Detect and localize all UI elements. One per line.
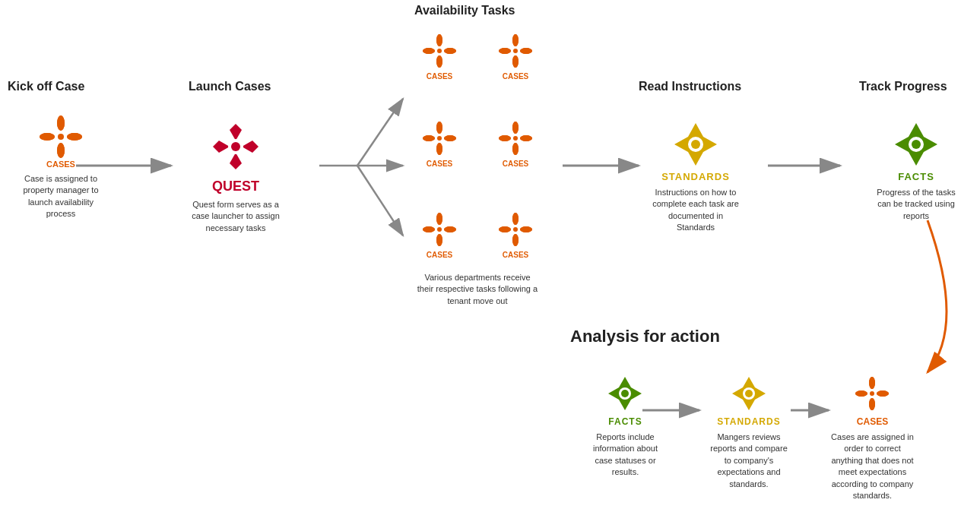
svg-point-73 xyxy=(437,227,442,232)
svg-point-61 xyxy=(499,135,511,141)
svg-point-49 xyxy=(444,135,456,141)
svg-point-41 xyxy=(499,48,511,54)
kick-off-cases-icon xyxy=(38,114,84,160)
svg-point-38 xyxy=(512,34,519,46)
facts-bottom-icon xyxy=(601,371,650,416)
avail-cases-br-icon xyxy=(493,209,538,251)
svg-point-89 xyxy=(621,390,629,397)
avail-cases-mr-icon xyxy=(493,118,538,160)
svg-point-40 xyxy=(512,55,519,68)
avail-cases-tl-icon xyxy=(417,30,462,72)
cases-bottom-icon xyxy=(848,371,897,416)
availability-tasks-title: Availability Tasks xyxy=(414,4,515,17)
svg-point-98 xyxy=(869,398,875,410)
avail-cases-top-right: CASES xyxy=(493,30,538,81)
svg-point-78 xyxy=(512,213,519,225)
svg-point-33 xyxy=(437,49,442,53)
read-instructions-title: Read Instructions xyxy=(639,80,741,93)
svg-point-51 xyxy=(423,135,435,141)
svg-point-69 xyxy=(444,226,456,232)
quest-icon xyxy=(201,118,270,179)
svg-point-53 xyxy=(437,136,442,141)
availability-desc: Various departments receive their respec… xyxy=(417,272,538,307)
svg-point-58 xyxy=(512,122,519,134)
quest-block: QUEST Quest form serves as a case launch… xyxy=(190,118,281,234)
kick-off-cases-block: CASES Case is assigned to property manag… xyxy=(15,114,106,220)
svg-point-21 xyxy=(58,134,64,140)
svg-point-97 xyxy=(877,390,889,397)
avail-cases-top-left: CASES xyxy=(417,30,462,81)
svg-point-23 xyxy=(231,142,240,151)
svg-point-17 xyxy=(67,133,82,141)
svg-line-5 xyxy=(357,99,403,166)
analysis-title: Analysis for action xyxy=(570,327,720,346)
track-progress-title: Track Progress xyxy=(859,80,947,93)
svg-point-60 xyxy=(512,143,519,155)
svg-point-70 xyxy=(436,234,442,246)
svg-point-29 xyxy=(444,48,456,54)
avail-cases-bl-icon xyxy=(417,209,462,251)
standards-icon xyxy=(668,118,725,171)
svg-line-7 xyxy=(357,166,403,236)
avail-cases-mid-right: CASES xyxy=(493,118,538,168)
kick-off-title: Kick off Case xyxy=(8,80,84,93)
svg-point-30 xyxy=(436,55,442,68)
svg-point-48 xyxy=(436,122,442,134)
svg-point-50 xyxy=(436,143,442,155)
svg-point-19 xyxy=(40,133,55,141)
svg-point-80 xyxy=(512,234,519,246)
svg-point-43 xyxy=(513,49,518,53)
facts-top-block: FACTS Progress of the tasks can be track… xyxy=(871,118,962,222)
launch-cases-title: Launch Cases xyxy=(189,80,271,93)
avail-cases-tr-icon xyxy=(493,30,538,72)
diagram-container: Kick off Case CASES Case is assigned to … xyxy=(0,0,980,528)
svg-point-59 xyxy=(520,135,532,141)
svg-point-16 xyxy=(57,115,65,131)
svg-point-87 xyxy=(912,140,921,149)
svg-point-28 xyxy=(436,34,442,46)
standards-bottom-block: STANDARDS Mangers reviews reports and co… xyxy=(707,371,791,490)
cases-bottom-block: CASES Cases are assigned in order to cor… xyxy=(829,371,916,501)
svg-point-99 xyxy=(855,390,867,397)
svg-point-39 xyxy=(520,48,532,54)
svg-point-71 xyxy=(423,226,435,232)
svg-point-68 xyxy=(436,213,442,225)
standards-bottom-icon xyxy=(725,371,774,416)
svg-point-83 xyxy=(513,227,518,232)
svg-point-81 xyxy=(499,226,511,232)
svg-point-79 xyxy=(520,226,532,232)
svg-point-18 xyxy=(57,143,65,158)
svg-point-101 xyxy=(870,391,874,396)
avail-cases-bot-left: CASES xyxy=(417,209,462,259)
facts-top-icon xyxy=(888,118,945,171)
avail-cases-ml-icon xyxy=(417,118,462,160)
standards-block: STANDARDS Instructions on how to complet… xyxy=(650,118,741,234)
svg-point-63 xyxy=(513,136,518,141)
svg-point-96 xyxy=(869,377,875,389)
avail-cases-bot-right: CASES xyxy=(493,209,538,259)
facts-bottom-block: FACTS Reports include information about … xyxy=(585,371,665,479)
svg-point-85 xyxy=(691,140,700,149)
avail-cases-mid-left: CASES xyxy=(417,118,462,168)
svg-point-91 xyxy=(745,390,753,397)
svg-point-31 xyxy=(423,48,435,54)
